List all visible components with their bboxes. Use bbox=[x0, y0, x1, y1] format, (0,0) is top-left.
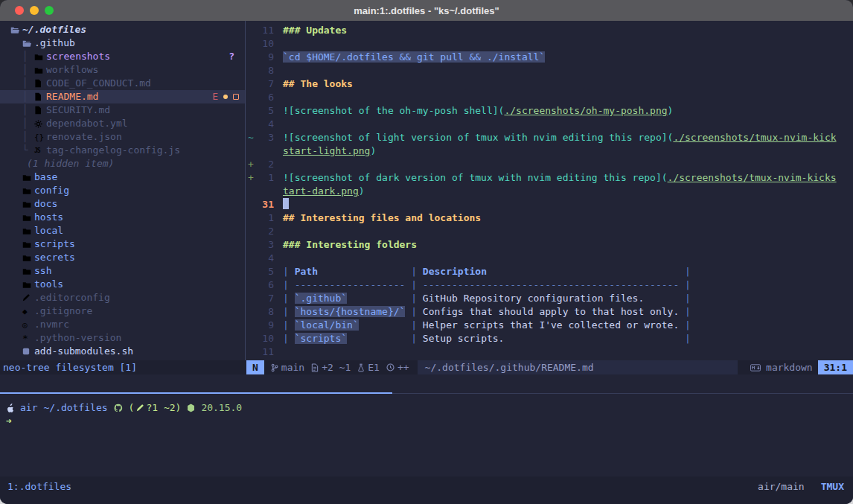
tree-item-config[interactable]: config bbox=[0, 184, 245, 197]
tree-item-code-of-conduct-md[interactable]: │CODE_OF_CONDUCT.md bbox=[0, 77, 245, 90]
gitsign-none bbox=[246, 37, 255, 51]
text-segment: | bbox=[685, 266, 691, 277]
folder-icon bbox=[22, 281, 34, 289]
editor-line[interactable]: 1## Interesting files and locations bbox=[246, 211, 853, 225]
filetype-label: markdown bbox=[766, 360, 813, 374]
tree-item-scripts[interactable]: scripts bbox=[0, 237, 245, 251]
tree-item-renovate-json[interactable]: │{}renovate.json bbox=[0, 130, 245, 144]
tree-guide: └ bbox=[22, 144, 34, 157]
editor-line[interactable]: 31 bbox=[246, 198, 853, 211]
editor-line[interactable]: 10| `scripts` | Setup scripts. | bbox=[246, 332, 853, 345]
tmux-window-label[interactable]: 1:.dotfiles bbox=[7, 480, 71, 494]
editor-line[interactable]: +2 bbox=[246, 158, 853, 171]
gitsign-none bbox=[246, 319, 255, 332]
tree-item-screenshots[interactable]: │screenshots? bbox=[0, 50, 245, 63]
text-segment: | bbox=[283, 306, 295, 317]
tree-item-base[interactable]: base bbox=[0, 170, 245, 184]
line-number: 11 bbox=[255, 24, 274, 37]
flask-icon bbox=[357, 363, 365, 372]
tree-item-tools[interactable]: tools bbox=[0, 278, 245, 291]
tree-item-python-version[interactable]: *.python-version bbox=[0, 331, 245, 345]
editor-line[interactable]: 9| `local/bin` | Helper scripts that I'v… bbox=[246, 319, 853, 332]
line-text: ### Interesting folders bbox=[283, 238, 417, 252]
line-number: 5 bbox=[255, 265, 274, 278]
text-segment: | bbox=[411, 333, 423, 344]
editor-line[interactable]: 3### Interesting folders bbox=[246, 238, 853, 252]
file-icon bbox=[34, 79, 46, 88]
tmux-status-bar: 1:.dotfiles air/main TMUX bbox=[0, 476, 853, 504]
cursor-block bbox=[283, 198, 289, 209]
help-badge: ? bbox=[229, 50, 234, 63]
editor-line[interactable]: 8 bbox=[246, 64, 853, 77]
line-number: 4 bbox=[255, 252, 274, 265]
pencil-icon bbox=[136, 404, 144, 412]
markdown-link[interactable]: tart-dark.png bbox=[283, 185, 359, 197]
text-segment: | bbox=[411, 293, 423, 304]
editor-line[interactable]: +1![screenshot of dark version of tmux w… bbox=[246, 171, 853, 185]
markdown-link[interactable]: ./screenshots/tmux-nvim-kicks bbox=[668, 172, 837, 183]
editor-line[interactable]: 6| ------------------- | ---------------… bbox=[246, 278, 853, 292]
editor-line[interactable]: 6 bbox=[246, 91, 853, 104]
editor-line[interactable]: 5| Path | Description | bbox=[246, 265, 853, 278]
markdown-link[interactable]: ./screenshots/oh-my-posh.png bbox=[504, 105, 667, 116]
gitsign-none bbox=[246, 118, 255, 131]
editor-line[interactable]: tart-dark.png) bbox=[246, 185, 853, 198]
editor-line[interactable]: 7| `.github` | GitHub Repository configu… bbox=[246, 292, 853, 305]
editor-line[interactable]: 11 bbox=[246, 345, 853, 359]
tree-guide: │ bbox=[22, 63, 34, 77]
editor-line[interactable]: start-light.png) bbox=[246, 144, 853, 158]
tree-item-github[interactable]: .github bbox=[0, 36, 245, 50]
editor-line[interactable]: 8| `hosts/{hostname}/` | Configs that sh… bbox=[246, 305, 853, 319]
line-text: ![screenshot of the oh-my-posh shell](./… bbox=[283, 104, 673, 118]
folder-icon bbox=[22, 267, 34, 275]
tree-item-tag-changelog-config-js[interactable]: └JStag-changelog-config.js bbox=[0, 144, 245, 157]
terminal-content: ~/.dotfiles.github│screenshots?│workflow… bbox=[0, 21, 853, 504]
tree-item-workflows[interactable]: │workflows bbox=[0, 63, 245, 77]
editor-line[interactable]: 2 bbox=[246, 225, 853, 238]
editor-buffer[interactable]: 11### Updates109`cd $HOME/.dotfiles && g… bbox=[246, 21, 853, 360]
folder-icon bbox=[22, 214, 34, 222]
editor-line[interactable]: 4 bbox=[246, 252, 853, 265]
editor-line[interactable]: 5![screenshot of the oh-my-posh shell](.… bbox=[246, 104, 853, 118]
tree-item-ssh[interactable]: ssh bbox=[0, 264, 245, 278]
editor-line[interactable]: 11### Updates bbox=[246, 24, 853, 37]
tree-item-label: add-submodules.sh bbox=[34, 345, 133, 358]
tree-item-dotfiles[interactable]: ~/.dotfiles bbox=[0, 23, 245, 36]
markdown-link[interactable]: ./screenshots/tmux-nvim-kick bbox=[673, 132, 836, 143]
tree-item-1-hidden-item[interactable]: (1 hidden item) bbox=[0, 157, 245, 170]
editor-line[interactable]: 4 bbox=[246, 118, 853, 131]
text-segment: | bbox=[283, 333, 295, 344]
tree-item-label: .python-version bbox=[34, 331, 121, 345]
tree-item-add-submodules-sh[interactable]: add-submodules.sh bbox=[0, 345, 245, 358]
line-number bbox=[255, 144, 274, 158]
editor-line[interactable]: 10 bbox=[246, 37, 853, 51]
line-text: `cd $HOME/.dotfiles && git pull && ./ins… bbox=[283, 51, 545, 64]
tree-item-nvmrc[interactable]: ◎.nvmrc bbox=[0, 318, 245, 331]
text-segment: | bbox=[685, 293, 691, 304]
tree-item-dependabot-yml[interactable]: │dependabot.yml bbox=[0, 117, 245, 130]
editor-line[interactable]: ~3![screenshot of light version of tmux … bbox=[246, 131, 853, 144]
editor-line[interactable]: 7## The looks bbox=[246, 77, 853, 91]
tree-item-editorconfig[interactable]: .editorconfig bbox=[0, 291, 245, 304]
statusline: neo-tree filesystem [1] N main +2 ~1 E1 bbox=[0, 360, 853, 374]
line-number: 31 bbox=[255, 198, 274, 211]
tree-item-readme-md[interactable]: │README.mdE bbox=[0, 90, 245, 103]
tree-item-label: screenshots bbox=[46, 50, 110, 63]
tree-item-label: .gitignore bbox=[34, 304, 92, 318]
editor-line[interactable]: 9`cd $HOME/.dotfiles && git pull && ./in… bbox=[246, 51, 853, 64]
tree-item-secrets[interactable]: secrets bbox=[0, 251, 245, 264]
neo-tree-sidebar[interactable]: ~/.dotfiles.github│screenshots?│workflow… bbox=[0, 21, 246, 360]
tree-item-local[interactable]: local bbox=[0, 224, 245, 237]
shell-pane[interactable]: air~/.dotfiles( ?1 ~2)20.15.0 ➜ bbox=[0, 374, 853, 476]
gitsign-none bbox=[246, 332, 255, 345]
text-segment: ) bbox=[668, 105, 674, 116]
text-segment bbox=[347, 293, 411, 304]
tree-item-label: ssh bbox=[34, 264, 51, 278]
tree-item-security-md[interactable]: │SECURITY.md bbox=[0, 103, 245, 117]
tree-item-gitignore[interactable]: ◆.gitignore bbox=[0, 304, 245, 318]
text-segment: | bbox=[411, 306, 423, 317]
diagnostic-error: E bbox=[212, 90, 218, 103]
tree-item-docs[interactable]: docs bbox=[0, 197, 245, 211]
tree-item-hosts[interactable]: hosts bbox=[0, 211, 245, 224]
markdown-link[interactable]: start-light.png bbox=[283, 145, 370, 156]
